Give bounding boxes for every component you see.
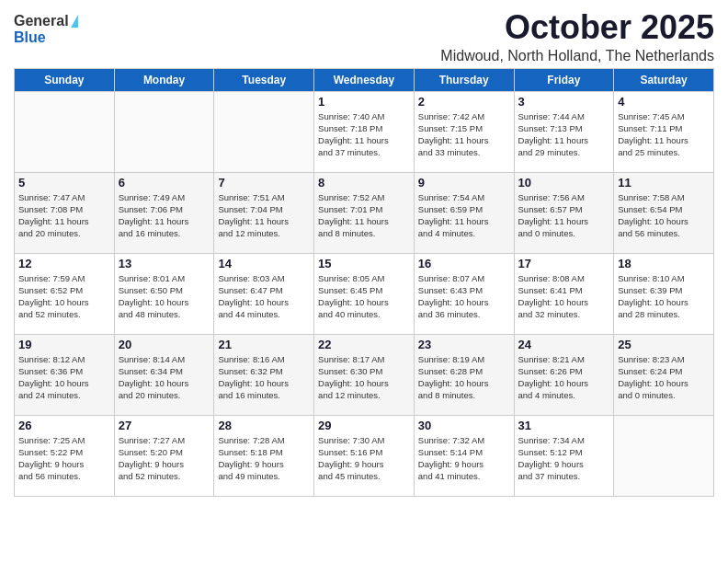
calendar-cell: 19Sunrise: 8:12 AM Sunset: 6:36 PM Dayli… xyxy=(15,334,115,415)
calendar-table: SundayMondayTuesdayWednesdayThursdayFrid… xyxy=(14,68,714,497)
calendar-cell: 28Sunrise: 7:28 AM Sunset: 5:18 PM Dayli… xyxy=(214,415,314,496)
logo-blue-text: Blue xyxy=(14,29,46,45)
calendar-cell: 12Sunrise: 7:59 AM Sunset: 6:52 PM Dayli… xyxy=(15,253,115,334)
day-number: 2 xyxy=(418,95,510,109)
day-info: Sunrise: 8:07 AM Sunset: 6:43 PM Dayligh… xyxy=(418,272,510,321)
day-number: 15 xyxy=(318,257,410,270)
day-info: Sunrise: 7:44 AM Sunset: 7:13 PM Dayligh… xyxy=(518,110,610,159)
calendar-cell xyxy=(614,415,714,496)
day-number: 24 xyxy=(518,338,610,351)
calendar-cell: 11Sunrise: 7:58 AM Sunset: 6:54 PM Dayli… xyxy=(614,172,714,253)
calendar-cell: 31Sunrise: 7:34 AM Sunset: 5:12 PM Dayli… xyxy=(514,415,614,496)
day-info: Sunrise: 7:59 AM Sunset: 6:52 PM Dayligh… xyxy=(18,272,110,321)
day-number: 1 xyxy=(318,95,410,109)
day-info: Sunrise: 8:12 AM Sunset: 6:36 PM Dayligh… xyxy=(18,353,110,402)
day-info: Sunrise: 8:05 AM Sunset: 6:45 PM Dayligh… xyxy=(318,272,410,321)
day-info: Sunrise: 7:45 AM Sunset: 7:11 PM Dayligh… xyxy=(618,110,710,159)
calendar-week-row: 12Sunrise: 7:59 AM Sunset: 6:52 PM Dayli… xyxy=(15,253,714,334)
calendar-cell: 7Sunrise: 7:51 AM Sunset: 7:04 PM Daylig… xyxy=(214,172,314,253)
day-info: Sunrise: 7:54 AM Sunset: 6:59 PM Dayligh… xyxy=(418,191,510,240)
day-info: Sunrise: 7:28 AM Sunset: 5:18 PM Dayligh… xyxy=(218,434,310,483)
day-info: Sunrise: 8:01 AM Sunset: 6:50 PM Dayligh… xyxy=(119,272,210,321)
calendar-cell: 27Sunrise: 7:27 AM Sunset: 5:20 PM Dayli… xyxy=(114,415,214,496)
day-number: 30 xyxy=(418,419,510,432)
logo-general-text: General xyxy=(14,13,69,29)
day-number: 8 xyxy=(318,176,410,190)
day-number: 14 xyxy=(218,257,310,270)
day-info: Sunrise: 7:58 AM Sunset: 6:54 PM Dayligh… xyxy=(618,191,710,240)
calendar-cell: 18Sunrise: 8:10 AM Sunset: 6:39 PM Dayli… xyxy=(614,253,714,334)
day-info: Sunrise: 7:27 AM Sunset: 5:20 PM Dayligh… xyxy=(119,434,210,483)
day-info: Sunrise: 7:32 AM Sunset: 5:14 PM Dayligh… xyxy=(418,434,510,483)
day-number: 3 xyxy=(518,95,610,109)
day-number: 11 xyxy=(618,176,710,190)
header-day-monday: Monday xyxy=(114,68,214,91)
calendar-cell: 13Sunrise: 8:01 AM Sunset: 6:50 PM Dayli… xyxy=(114,253,214,334)
header-day-wednesday: Wednesday xyxy=(314,68,415,91)
header-day-saturday: Saturday xyxy=(614,68,714,91)
calendar-cell: 20Sunrise: 8:14 AM Sunset: 6:34 PM Dayli… xyxy=(114,334,214,415)
day-info: Sunrise: 8:10 AM Sunset: 6:39 PM Dayligh… xyxy=(618,272,710,321)
calendar-week-row: 26Sunrise: 7:25 AM Sunset: 5:22 PM Dayli… xyxy=(15,415,714,496)
day-info: Sunrise: 7:34 AM Sunset: 5:12 PM Dayligh… xyxy=(518,434,610,483)
calendar-cell: 9Sunrise: 7:54 AM Sunset: 6:59 PM Daylig… xyxy=(414,172,514,253)
day-number: 7 xyxy=(218,176,310,190)
day-number: 4 xyxy=(618,95,710,109)
day-number: 17 xyxy=(518,257,610,270)
day-info: Sunrise: 7:52 AM Sunset: 7:01 PM Dayligh… xyxy=(318,191,410,240)
logo-icon xyxy=(71,15,78,28)
day-number: 21 xyxy=(218,338,310,351)
header-day-tuesday: Tuesday xyxy=(214,68,314,91)
location: Midwoud, North Holland, The Netherlands xyxy=(440,48,714,64)
calendar-week-row: 5Sunrise: 7:47 AM Sunset: 7:08 PM Daylig… xyxy=(15,172,714,253)
calendar-cell: 26Sunrise: 7:25 AM Sunset: 5:22 PM Dayli… xyxy=(15,415,115,496)
day-number: 26 xyxy=(18,419,110,432)
day-info: Sunrise: 7:56 AM Sunset: 6:57 PM Dayligh… xyxy=(518,191,610,240)
calendar-cell: 6Sunrise: 7:49 AM Sunset: 7:06 PM Daylig… xyxy=(114,172,214,253)
day-number: 27 xyxy=(119,419,210,432)
day-info: Sunrise: 8:16 AM Sunset: 6:32 PM Dayligh… xyxy=(218,353,310,402)
calendar-cell: 1Sunrise: 7:40 AM Sunset: 7:18 PM Daylig… xyxy=(314,91,415,172)
title-block: October 2025 Midwoud, North Holland, The… xyxy=(440,9,714,64)
day-info: Sunrise: 8:14 AM Sunset: 6:34 PM Dayligh… xyxy=(119,353,210,402)
day-number: 19 xyxy=(18,338,110,351)
day-number: 18 xyxy=(618,257,710,270)
logo: General Blue xyxy=(14,13,78,46)
header-day-friday: Friday xyxy=(514,68,614,91)
day-info: Sunrise: 8:19 AM Sunset: 6:28 PM Dayligh… xyxy=(418,353,510,402)
calendar-week-row: 1Sunrise: 7:40 AM Sunset: 7:18 PM Daylig… xyxy=(15,91,714,172)
calendar-cell: 3Sunrise: 7:44 AM Sunset: 7:13 PM Daylig… xyxy=(514,91,614,172)
calendar-cell: 2Sunrise: 7:42 AM Sunset: 7:15 PM Daylig… xyxy=(414,91,514,172)
calendar-cell: 5Sunrise: 7:47 AM Sunset: 7:08 PM Daylig… xyxy=(15,172,115,253)
month-title: October 2025 xyxy=(440,9,714,46)
day-number: 20 xyxy=(119,338,210,351)
day-info: Sunrise: 7:30 AM Sunset: 5:16 PM Dayligh… xyxy=(318,434,410,483)
day-info: Sunrise: 8:17 AM Sunset: 6:30 PM Dayligh… xyxy=(318,353,410,402)
calendar-cell: 21Sunrise: 8:16 AM Sunset: 6:32 PM Dayli… xyxy=(214,334,314,415)
day-info: Sunrise: 7:49 AM Sunset: 7:06 PM Dayligh… xyxy=(119,191,210,240)
calendar-cell: 4Sunrise: 7:45 AM Sunset: 7:11 PM Daylig… xyxy=(614,91,714,172)
calendar-cell: 15Sunrise: 8:05 AM Sunset: 6:45 PM Dayli… xyxy=(314,253,415,334)
calendar-header-row: SundayMondayTuesdayWednesdayThursdayFrid… xyxy=(15,68,714,91)
day-number: 23 xyxy=(418,338,510,351)
day-info: Sunrise: 8:21 AM Sunset: 6:26 PM Dayligh… xyxy=(518,353,610,402)
day-number: 12 xyxy=(18,257,110,270)
header-day-sunday: Sunday xyxy=(15,68,115,91)
header-day-thursday: Thursday xyxy=(414,68,514,91)
day-number: 9 xyxy=(418,176,510,190)
calendar-cell: 14Sunrise: 8:03 AM Sunset: 6:47 PM Dayli… xyxy=(214,253,314,334)
day-number: 28 xyxy=(218,419,310,432)
day-info: Sunrise: 8:23 AM Sunset: 6:24 PM Dayligh… xyxy=(618,353,710,402)
day-number: 5 xyxy=(18,176,110,190)
day-number: 31 xyxy=(518,419,610,432)
calendar-cell: 24Sunrise: 8:21 AM Sunset: 6:26 PM Dayli… xyxy=(514,334,614,415)
day-info: Sunrise: 7:40 AM Sunset: 7:18 PM Dayligh… xyxy=(318,110,410,159)
day-info: Sunrise: 7:47 AM Sunset: 7:08 PM Dayligh… xyxy=(18,191,110,240)
day-number: 25 xyxy=(618,338,710,351)
calendar-cell: 22Sunrise: 8:17 AM Sunset: 6:30 PM Dayli… xyxy=(314,334,415,415)
calendar-cell: 17Sunrise: 8:08 AM Sunset: 6:41 PM Dayli… xyxy=(514,253,614,334)
calendar-cell: 16Sunrise: 8:07 AM Sunset: 6:43 PM Dayli… xyxy=(414,253,514,334)
day-number: 6 xyxy=(119,176,210,190)
calendar-cell: 30Sunrise: 7:32 AM Sunset: 5:14 PM Dayli… xyxy=(414,415,514,496)
day-number: 16 xyxy=(418,257,510,270)
